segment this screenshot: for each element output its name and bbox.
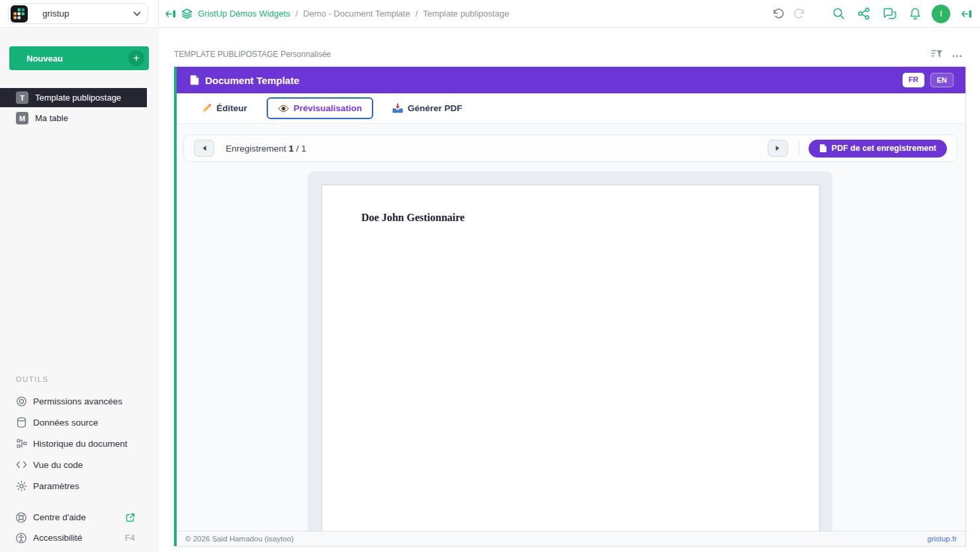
shortcut-label: F4	[125, 533, 135, 543]
notifications-bell-icon[interactable]	[909, 7, 921, 20]
section-title: TEMPLATE PUBLIPOSTAGE Personnalisée	[174, 50, 331, 59]
bottom-item-label: Accessibilité	[33, 533, 82, 543]
share-icon[interactable]	[858, 7, 870, 20]
eye-icon	[278, 105, 289, 113]
org-switcher[interactable]: gristup	[8, 3, 148, 24]
widget-tabbar: Éditeur Prévisualisation Générer PDF	[177, 93, 965, 124]
widget-footer: © 2026 Said Hamadou (isaytoo) gristup.fr	[177, 531, 965, 546]
page-badge: T	[16, 91, 28, 104]
plus-icon: +	[128, 50, 144, 66]
record-counter-separator: /	[296, 144, 299, 154]
sidebar-item-document-history[interactable]: Historique du document	[0, 433, 159, 454]
sidebar-page-ma-table[interactable]: M Ma table	[0, 109, 147, 128]
sidebar-page-template-publipostage[interactable]: T Template publipostage	[0, 88, 147, 107]
page-label: Ma table	[35, 113, 68, 123]
page-label: Template publipostage	[35, 93, 121, 103]
help-lifering-icon	[15, 512, 27, 524]
breadcrumb-page: Template publipostage	[423, 9, 509, 19]
tab-label: Prévisualisation	[294, 103, 363, 113]
access-rules-icon	[16, 396, 27, 407]
external-link-icon	[126, 513, 135, 522]
breadcrumb-doc[interactable]: Demo - Document Template	[303, 9, 410, 19]
pdf-doc-icon	[819, 144, 827, 153]
new-button-label: Nouveau	[26, 54, 128, 64]
search-icon[interactable]	[832, 7, 845, 20]
record-counter-current: 1	[289, 144, 294, 154]
new-document-button[interactable]: Nouveau +	[9, 46, 149, 70]
tool-label: Permissions avancées	[33, 396, 122, 406]
main-area: TEMPLATE PUBLIPOSTAGE Personnalisée ... …	[159, 28, 980, 552]
bottom-item-label: Centre d'aide	[33, 512, 86, 522]
tools-heading: OUTILS	[16, 375, 48, 383]
chevron-down-icon	[133, 11, 141, 17]
grist-logo-icon	[11, 5, 28, 23]
breadcrumb-site[interactable]: GristUp Démos Widgets	[198, 9, 290, 19]
top-bar: gristup GristUp Démos Widgets / Demo - D…	[0, 0, 980, 28]
section-title-type: Personnalisée	[281, 50, 331, 59]
copyright-text: © 2026 Said Hamadou (isaytoo)	[185, 535, 294, 543]
breadcrumb-separator: /	[416, 9, 418, 19]
record-counter-total: 1	[301, 144, 306, 154]
sidebar-item-settings[interactable]: Paramètres	[0, 475, 159, 496]
tool-label: Historique du document	[33, 439, 128, 449]
accessibility-icon	[15, 532, 27, 544]
layers-icon	[181, 9, 193, 19]
tab-label: Générer PDF	[408, 103, 463, 113]
gristup-site-link[interactable]: gristup.fr	[927, 535, 957, 543]
redo-icon[interactable]	[793, 8, 806, 19]
document-page: Doe John Gestionnaire	[322, 185, 820, 531]
lang-fr-button[interactable]: FR	[903, 73, 924, 87]
topbar-left: gristup	[0, 0, 159, 27]
sidebar-item-access-rules[interactable]: Permissions avancées	[0, 391, 159, 412]
section-menu-icon[interactable]: ...	[952, 48, 963, 60]
database-icon	[16, 417, 27, 428]
record-navigator: Enregistrement 1 / 1 PDF de cet enregist…	[183, 134, 958, 162]
active-section-indicator	[174, 67, 177, 546]
previous-record-button[interactable]	[194, 140, 214, 157]
divider	[799, 140, 799, 156]
sidebar-item-raw-data[interactable]: Données source	[0, 412, 159, 433]
pencil-icon	[202, 103, 212, 113]
lang-en-button[interactable]: EN	[930, 73, 954, 87]
filter-icon[interactable]	[931, 49, 943, 59]
expand-right-panel-icon[interactable]	[961, 9, 972, 19]
undo-icon[interactable]	[772, 8, 784, 19]
tab-label: Éditeur	[216, 103, 247, 113]
breadcrumb-separator: /	[295, 9, 298, 19]
pdf-preview-container: Doe John Gestionnaire	[308, 171, 832, 531]
document-text: Doe John Gestionnaire	[361, 212, 465, 224]
sidebar-item-code-view[interactable]: Vue du code	[0, 454, 159, 475]
tab-previsualisation[interactable]: Prévisualisation	[267, 97, 374, 119]
tool-label: Données source	[33, 418, 98, 428]
breadcrumb: GristUp Démos Widgets / Demo - Document …	[165, 0, 509, 27]
page-badge: M	[16, 112, 28, 124]
pdf-button-label: PDF de cet enregistrement	[832, 144, 936, 153]
gear-icon	[16, 481, 27, 492]
record-counter-prefix: Enregistrement	[226, 144, 287, 154]
code-icon	[16, 460, 27, 469]
widget-title: Document Template	[205, 75, 299, 86]
preview-content: Enregistrement 1 / 1 PDF de cet enregist…	[177, 124, 965, 531]
left-sidebar: Nouveau + T Template publipostage M Ma t…	[0, 28, 159, 552]
widget-header: Document Template FR EN	[177, 67, 965, 93]
collapse-left-panel-icon[interactable]	[165, 9, 176, 19]
user-avatar[interactable]: I	[932, 5, 950, 23]
section-title-name: TEMPLATE PUBLIPOSTAGE	[174, 50, 279, 59]
topbar-actions: I	[772, 0, 975, 27]
sidebar-item-accessibility[interactable]: Accessibilité F4	[0, 528, 159, 548]
inbox-tray-icon	[392, 103, 403, 113]
document-template-widget: Document Template FR EN Éditeur Prévisua…	[174, 66, 966, 547]
tab-generer-pdf[interactable]: Générer PDF	[386, 98, 469, 118]
document-icon	[190, 75, 199, 85]
next-record-button[interactable]	[768, 140, 788, 157]
org-name: gristup	[42, 9, 133, 19]
chat-icon[interactable]	[883, 8, 897, 20]
tab-editeur[interactable]: Éditeur	[195, 98, 254, 118]
pdf-record-button[interactable]: PDF de cet enregistrement	[809, 140, 947, 158]
record-counter: Enregistrement 1 / 1	[226, 144, 306, 154]
history-icon	[16, 438, 27, 449]
tool-label: Paramètres	[33, 481, 79, 491]
sidebar-item-help-center[interactable]: Centre d'aide	[0, 507, 159, 528]
tool-label: Vue du code	[33, 460, 83, 470]
